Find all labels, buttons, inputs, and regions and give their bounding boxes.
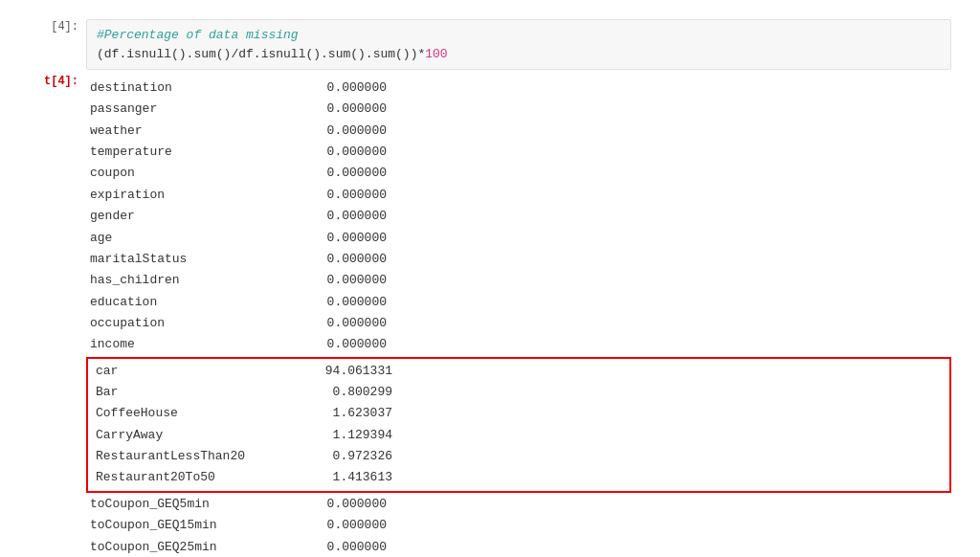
table-row: maritalStatus 0.000000 xyxy=(86,249,951,270)
table-row: gender 0.000000 xyxy=(86,206,951,227)
field-name: has_children xyxy=(90,270,301,291)
field-value: 0.000000 xyxy=(301,78,387,99)
field-name: gender xyxy=(90,206,301,227)
field-value: 1.413613 xyxy=(306,467,392,488)
table-row: Bar 0.800299 xyxy=(92,382,946,403)
table-row: CoffeeHouse 1.623037 xyxy=(92,403,946,424)
field-value: 0.800299 xyxy=(306,382,392,403)
table-row: income 0.000000 xyxy=(86,334,951,355)
field-value: 1.623037 xyxy=(306,403,392,424)
field-name: passanger xyxy=(90,99,301,120)
field-name: Bar xyxy=(96,382,306,403)
field-value: 0.000000 xyxy=(301,249,387,270)
field-name: CarryAway xyxy=(96,425,306,446)
field-name: temperature xyxy=(90,142,301,163)
table-row: destination 0.000000 xyxy=(86,78,951,99)
code-highlight: 100 xyxy=(425,47,447,61)
field-value: 0.000000 xyxy=(301,121,387,142)
table-row: age 0.000000 xyxy=(86,228,951,249)
field-value: 94.061331 xyxy=(306,361,392,382)
cell-output-content: destination 0.000000 passanger 0.000000 … xyxy=(86,74,951,557)
field-name: occupation xyxy=(90,313,301,334)
table-row: RestaurantLessThan20 0.972326 xyxy=(92,446,946,467)
rows-after-section: toCoupon_GEQ5min 0.000000 toCoupon_GEQ15… xyxy=(86,494,951,557)
table-row: car 94.061331 xyxy=(92,361,946,382)
field-value: 0.000000 xyxy=(301,313,387,334)
table-row: toCoupon_GEQ5min 0.000000 xyxy=(86,494,951,515)
field-name: toCoupon_GEQ5min xyxy=(90,494,301,515)
field-name: car xyxy=(96,361,306,382)
table-row: expiration 0.000000 xyxy=(86,185,951,206)
table-row: toCoupon_GEQ25min 0.000000 xyxy=(86,537,951,557)
field-value: 0.000000 xyxy=(301,515,387,536)
table-row: CarryAway 1.129394 xyxy=(92,425,946,446)
field-value: 0.000000 xyxy=(301,494,387,515)
field-value: 0.000000 xyxy=(301,163,387,184)
table-row: passanger 0.000000 xyxy=(86,99,951,120)
table-row: toCoupon_GEQ15min 0.000000 xyxy=(86,515,951,536)
rows-before-section: destination 0.000000 passanger 0.000000 … xyxy=(86,78,951,356)
field-name: age xyxy=(90,228,301,249)
table-row: has_children 0.000000 xyxy=(86,270,951,291)
table-row: Restaurant20To50 1.413613 xyxy=(92,467,946,488)
field-name: education xyxy=(90,292,301,313)
field-name: RestaurantLessThan20 xyxy=(96,446,306,467)
output-cell: t[4]: destination 0.000000 passanger 0.0… xyxy=(29,74,951,557)
input-cell: [4]: #Percentage of data missing (df.isn… xyxy=(29,19,951,70)
table-row: coupon 0.000000 xyxy=(86,163,951,184)
field-name: toCoupon_GEQ15min xyxy=(90,515,301,536)
table-row: weather 0.000000 xyxy=(86,121,951,142)
field-name: expiration xyxy=(90,185,301,206)
field-value: 0.000000 xyxy=(301,185,387,206)
table-row: temperature 0.000000 xyxy=(86,142,951,163)
table-row: education 0.000000 xyxy=(86,292,951,313)
code-comment: #Percentage of data missing xyxy=(97,28,299,42)
field-name: toCoupon_GEQ25min xyxy=(90,537,301,557)
field-value: 0.000000 xyxy=(301,292,387,313)
field-value: 0.000000 xyxy=(301,228,387,249)
field-value: 0.000000 xyxy=(301,334,387,355)
field-value: 0.000000 xyxy=(301,142,387,163)
field-name: coupon xyxy=(90,163,301,184)
cell-input-content: #Percentage of data missing (df.isnull()… xyxy=(86,19,951,70)
code-block: #Percentage of data missing (df.isnull()… xyxy=(86,19,951,70)
field-name: destination xyxy=(90,78,301,99)
code-line-1: #Percentage of data missing xyxy=(97,26,941,45)
table-row: occupation 0.000000 xyxy=(86,313,951,334)
field-name: Restaurant20To50 xyxy=(96,467,306,488)
field-name: CoffeeHouse xyxy=(96,403,306,424)
field-value: 0.000000 xyxy=(301,99,387,120)
field-name: weather xyxy=(90,121,301,142)
field-name: income xyxy=(90,334,301,355)
field-value: 0.000000 xyxy=(301,537,387,557)
output-block: destination 0.000000 passanger 0.000000 … xyxy=(86,74,951,557)
field-value: 0.000000 xyxy=(301,206,387,227)
field-value: 1.129394 xyxy=(306,425,392,446)
notebook-container: [4]: #Percentage of data missing (df.isn… xyxy=(0,0,980,557)
code-text: (df.isnull().sum()/df.isnull().sum().sum… xyxy=(97,47,425,61)
cell-input-label: [4]: xyxy=(29,19,86,70)
field-value: 0.000000 xyxy=(301,270,387,291)
highlighted-section: car 94.061331 Bar 0.800299 CoffeeHouse 1… xyxy=(86,357,951,493)
code-line-2: (df.isnull().sum()/df.isnull().sum().sum… xyxy=(97,45,941,64)
cell-output-label: t[4]: xyxy=(29,74,86,557)
field-value: 0.972326 xyxy=(306,446,392,467)
field-name: maritalStatus xyxy=(90,249,301,270)
